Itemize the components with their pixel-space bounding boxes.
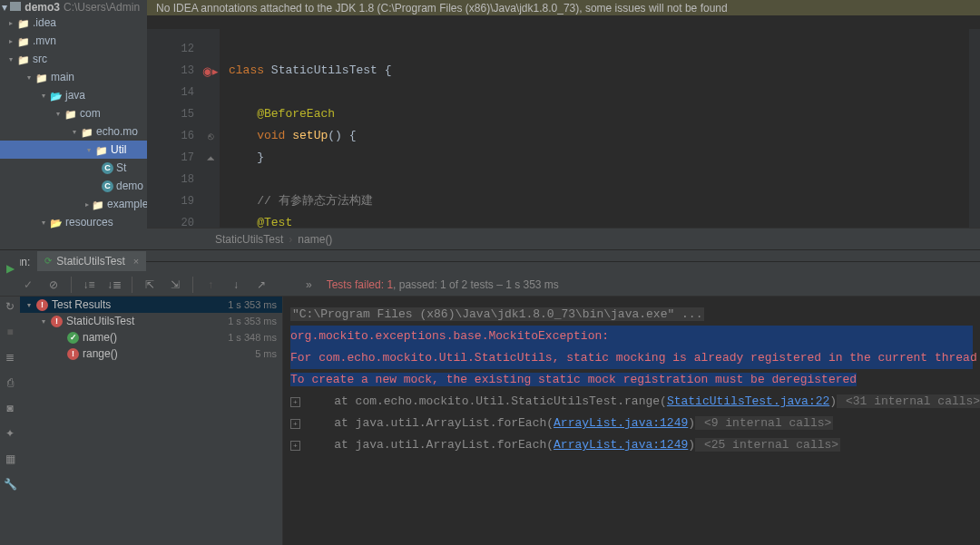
code-editor[interactable]: 12 13 14 15 16 17 18 19 20 ◉▸ ⎋ ⏶ class …	[147, 14, 980, 249]
line-gutter[interactable]: 12 13 14 15 16 17 18 19 20	[147, 29, 201, 249]
test-results-root[interactable]: ▾ Test Results 1 s 353 ms	[20, 297, 282, 313]
test-results-tree[interactable]: ▾ Test Results 1 s 353 ms ▾ StaticUtilsT…	[20, 297, 283, 545]
rerun-icon[interactable]: ↻	[5, 300, 15, 313]
line-num[interactable]: 19	[147, 190, 194, 212]
internal-calls[interactable]: <25 internal calls>	[695, 438, 840, 452]
breadcrumb-bar[interactable]: StaticUtilsTest › name()	[147, 228, 980, 249]
chevron-down-icon[interactable]: ▾	[25, 73, 33, 81]
show-ignored-icon[interactable]: ⊘	[45, 277, 62, 293]
chevron-down-icon[interactable]: ▾	[40, 219, 47, 226]
tree-item-src[interactable]: ▾ src	[0, 50, 147, 68]
trace-text: )	[688, 416, 695, 430]
resources-folder-icon	[50, 217, 63, 228]
code-area[interactable]: class StaticUtilsTest { @BeforeEach void…	[220, 29, 980, 249]
line-num[interactable]: 12	[147, 38, 194, 60]
tree-label: com	[80, 107, 101, 120]
test-class-node[interactable]: ▾ StaticUtilsTest 1 s 353 ms	[20, 313, 282, 329]
trace-link[interactable]: StaticUtilsTest.java:22	[667, 394, 829, 408]
console-output[interactable]: "C:\Program Files (x86)\Java\jdk1.8.0_73…	[283, 297, 980, 545]
tree-item-resources[interactable]: ▾ resources	[0, 213, 147, 231]
tree-item-class-st[interactable]: C St	[0, 159, 147, 177]
line-num[interactable]: 14	[147, 82, 194, 103]
line-num[interactable]: 16	[147, 125, 194, 147]
internal-calls[interactable]: <9 internal calls>	[695, 416, 833, 430]
error-run-icon[interactable]: ◉▸	[202, 64, 219, 78]
expand-trace-icon[interactable]: +	[290, 419, 300, 429]
tests-passed-text: , passed: 1	[393, 278, 446, 291]
tree-item-com[interactable]: ▾ com	[0, 104, 147, 122]
next-failed-icon[interactable]: ↓	[228, 277, 244, 293]
tree-item-mvn[interactable]: ▸ .mvn	[0, 32, 147, 50]
sort-duration-icon[interactable]: ↓≣	[106, 277, 122, 293]
collapse-all-icon[interactable]: ⇲	[167, 277, 183, 293]
settings-icon[interactable]: 🔧	[4, 478, 17, 491]
tree-item-main[interactable]: ▾ main	[0, 68, 147, 86]
chevron-down-icon[interactable]: ▾	[40, 92, 47, 99]
kw: void	[257, 129, 285, 142]
show-passed-icon[interactable]: ✓	[20, 277, 36, 293]
line-num[interactable]: 15	[147, 103, 194, 125]
tree-item-idea[interactable]: ▸ .idea	[0, 14, 147, 32]
pin-icon[interactable]: ⎙	[7, 376, 14, 389]
chevron-right-icon[interactable]: ▸	[85, 200, 89, 208]
tests-failed-text: Tests failed: 1	[327, 278, 393, 291]
trace-text: at com.echo.mockito.Util.StaticUtilsTest…	[306, 394, 667, 408]
history-icon[interactable]: ✦	[5, 427, 15, 440]
chevron-down-icon[interactable]: ▾	[40, 317, 47, 325]
stop-icon[interactable]: ■	[6, 326, 13, 338]
chevron-down-icon[interactable]: ▾	[85, 146, 93, 153]
camera-icon[interactable]: ◙	[6, 402, 13, 414]
exception-msg: For com.echo.mockito.Util.StaticUtils, s…	[290, 351, 977, 365]
project-tree[interactable]: ▸ .idea ▸ .mvn ▾ src ▾ main ▾ java ▾ com	[0, 14, 147, 249]
folder-icon	[17, 54, 30, 64]
class-icon: C	[102, 162, 113, 174]
chevron-down-icon[interactable]: ▾	[25, 301, 33, 308]
annotation: @BeforeEach	[257, 107, 335, 121]
tree-label: demo	[116, 180, 143, 192]
test-method-node[interactable]: range() 5 ms	[20, 345, 282, 362]
tree-item-java[interactable]: ▾ java	[0, 86, 147, 104]
test-method-node[interactable]: name() 1 s 348 ms	[20, 329, 282, 345]
test-node-time: 1 s 348 ms	[228, 332, 277, 343]
chevron-down-icon[interactable]: ▾	[7, 55, 15, 63]
run-tab[interactable]: ⟳ StaticUtilsTest ×	[37, 251, 146, 273]
test-node-label: StaticUtilsTest	[66, 315, 224, 327]
internal-calls[interactable]: <31 internal calls>	[837, 394, 980, 408]
expand-trace-icon[interactable]: +	[290, 397, 300, 407]
trace-link[interactable]: ArrayList.java:1249	[554, 416, 688, 430]
layout-icon[interactable]: ≣	[5, 351, 15, 364]
trace-link[interactable]: ArrayList.java:1249	[554, 438, 688, 452]
tree-item-echo[interactable]: ▾ echo.mo	[0, 122, 147, 141]
divider	[71, 277, 72, 293]
play-icon[interactable]: ▶	[6, 262, 15, 275]
test-node-time: 1 s 353 ms	[228, 299, 277, 310]
tree-item-util[interactable]: ▾ Util	[0, 141, 147, 159]
breadcrumb-item[interactable]: name()	[298, 233, 332, 246]
divider	[192, 277, 193, 293]
sort-alpha-icon[interactable]: ↓≡	[81, 277, 97, 293]
expand-trace-icon[interactable]: +	[290, 441, 300, 451]
chevron-right-icon[interactable]: ▸	[7, 19, 15, 26]
chevron-down-icon[interactable]: ▾	[71, 128, 78, 135]
prev-failed-icon[interactable]: ↑	[202, 277, 219, 293]
tree-item-class-demo[interactable]: C demo	[0, 177, 147, 195]
chevron-right-icon: ›	[289, 233, 292, 246]
line-num[interactable]: 18	[147, 169, 194, 190]
fold-icon[interactable]: ⏶	[206, 152, 216, 163]
expand-all-icon[interactable]: ⇱	[142, 277, 158, 293]
line-num[interactable]: 17	[147, 147, 194, 169]
close-icon[interactable]: ×	[133, 256, 139, 267]
warning-banner[interactable]: No IDEA annotations attached to the JDK …	[147, 0, 980, 15]
rerun-tests-icon: ⟳	[44, 256, 52, 266]
trace-text: )	[688, 438, 695, 452]
chevron-down-icon[interactable]: ▾	[54, 110, 62, 117]
editor-icon-gutter[interactable]: ◉▸ ⎋ ⏶	[201, 29, 220, 249]
grid-icon[interactable]: ▦	[5, 453, 15, 465]
tree-item-example[interactable]: ▸ example	[0, 195, 147, 213]
override-icon[interactable]: ⎋	[208, 131, 214, 141]
chevron-right-icon[interactable]: ▸	[7, 37, 15, 44]
breadcrumb-item[interactable]: StaticUtilsTest	[215, 233, 283, 246]
export-icon[interactable]: ↗	[253, 277, 270, 293]
scroll-map[interactable]	[969, 29, 980, 228]
line-num[interactable]: 13	[147, 60, 194, 82]
